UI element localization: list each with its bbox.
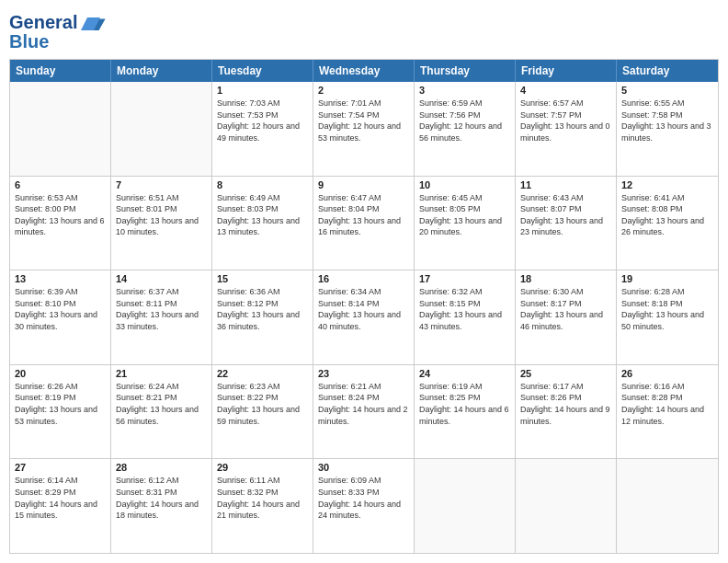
cal-cell-w5-d3: 29Sunrise: 6:11 AM Sunset: 8:32 PM Dayli… <box>212 459 313 553</box>
cell-info: Sunrise: 6:30 AM Sunset: 8:17 PM Dayligh… <box>520 286 611 332</box>
day-number: 13 <box>15 273 106 284</box>
day-number: 15 <box>217 273 308 284</box>
day-number: 9 <box>318 179 409 190</box>
cal-cell-w1-d2 <box>111 82 212 176</box>
cell-info: Sunrise: 6:53 AM Sunset: 8:00 PM Dayligh… <box>15 192 106 238</box>
cell-info: Sunrise: 6:55 AM Sunset: 7:58 PM Dayligh… <box>621 98 713 144</box>
cal-cell-w3-d5: 17Sunrise: 6:32 AM Sunset: 8:15 PM Dayli… <box>415 270 516 364</box>
cal-cell-w1-d7: 5Sunrise: 6:55 AM Sunset: 7:58 PM Daylig… <box>617 82 718 176</box>
cell-info: Sunrise: 6:23 AM Sunset: 8:22 PM Dayligh… <box>217 381 308 427</box>
day-number: 18 <box>520 273 611 284</box>
day-number: 28 <box>116 462 207 473</box>
cal-cell-w3-d7: 19Sunrise: 6:28 AM Sunset: 8:18 PM Dayli… <box>617 270 718 364</box>
day-number: 27 <box>15 462 106 473</box>
cell-info: Sunrise: 6:26 AM Sunset: 8:19 PM Dayligh… <box>15 381 106 427</box>
cal-cell-w3-d6: 18Sunrise: 6:30 AM Sunset: 8:17 PM Dayli… <box>516 270 617 364</box>
cal-cell-w2-d1: 6Sunrise: 6:53 AM Sunset: 8:00 PM Daylig… <box>10 177 111 270</box>
day-number: 17 <box>419 273 510 284</box>
day-number: 19 <box>621 273 713 284</box>
cal-cell-w4-d1: 20Sunrise: 6:26 AM Sunset: 8:19 PM Dayli… <box>10 365 111 459</box>
cal-cell-w2-d7: 12Sunrise: 6:41 AM Sunset: 8:08 PM Dayli… <box>617 177 718 270</box>
logo-text-general: General <box>9 12 77 32</box>
header-wednesday: Wednesday <box>313 60 415 82</box>
day-number: 12 <box>621 179 713 190</box>
cell-info: Sunrise: 6:51 AM Sunset: 8:01 PM Dayligh… <box>116 192 207 238</box>
cal-cell-w5-d4: 30Sunrise: 6:09 AM Sunset: 8:33 PM Dayli… <box>313 459 415 553</box>
cal-cell-w2-d5: 10Sunrise: 6:45 AM Sunset: 8:05 PM Dayli… <box>415 177 516 270</box>
cell-info: Sunrise: 6:45 AM Sunset: 8:05 PM Dayligh… <box>419 192 510 238</box>
cell-info: Sunrise: 6:16 AM Sunset: 8:28 PM Dayligh… <box>621 381 713 427</box>
day-number: 14 <box>116 273 207 284</box>
day-number: 16 <box>318 273 409 284</box>
cell-info: Sunrise: 7:03 AM Sunset: 7:53 PM Dayligh… <box>217 98 308 144</box>
cal-cell-w3-d1: 13Sunrise: 6:39 AM Sunset: 8:10 PM Dayli… <box>10 270 111 364</box>
cal-cell-w3-d3: 15Sunrise: 6:36 AM Sunset: 8:12 PM Dayli… <box>212 270 313 364</box>
cal-cell-w1-d5: 3Sunrise: 6:59 AM Sunset: 7:56 PM Daylig… <box>415 82 516 176</box>
cal-cell-w1-d3: 1Sunrise: 7:03 AM Sunset: 7:53 PM Daylig… <box>212 82 313 176</box>
day-number: 21 <box>116 368 207 379</box>
week-row-2: 6Sunrise: 6:53 AM Sunset: 8:00 PM Daylig… <box>10 177 718 271</box>
day-number: 26 <box>621 368 713 379</box>
day-number: 11 <box>520 179 611 190</box>
week-row-3: 13Sunrise: 6:39 AM Sunset: 8:10 PM Dayli… <box>10 270 718 365</box>
cal-cell-w4-d3: 22Sunrise: 6:23 AM Sunset: 8:22 PM Dayli… <box>212 365 313 459</box>
header-thursday: Thursday <box>415 60 516 82</box>
cell-info: Sunrise: 6:09 AM Sunset: 8:33 PM Dayligh… <box>318 475 409 521</box>
cell-info: Sunrise: 6:49 AM Sunset: 8:03 PM Dayligh… <box>217 192 308 238</box>
day-number: 25 <box>520 368 611 379</box>
page: General Blue Sunday Monday Tuesday Wedne… <box>0 0 728 563</box>
cal-cell-w4-d7: 26Sunrise: 6:16 AM Sunset: 8:28 PM Dayli… <box>617 365 718 459</box>
day-number: 3 <box>419 85 510 96</box>
cal-cell-w5-d7 <box>617 459 718 553</box>
cal-cell-w4-d5: 24Sunrise: 6:19 AM Sunset: 8:25 PM Dayli… <box>415 365 516 459</box>
cell-info: Sunrise: 6:21 AM Sunset: 8:24 PM Dayligh… <box>318 381 409 427</box>
cell-info: Sunrise: 6:47 AM Sunset: 8:04 PM Dayligh… <box>318 192 409 238</box>
header: General Blue <box>9 9 719 52</box>
cell-info: Sunrise: 6:28 AM Sunset: 8:18 PM Dayligh… <box>621 286 713 332</box>
cell-info: Sunrise: 6:37 AM Sunset: 8:11 PM Dayligh… <box>116 286 207 332</box>
cal-cell-w1-d6: 4Sunrise: 6:57 AM Sunset: 7:57 PM Daylig… <box>516 82 617 176</box>
cal-cell-w3-d2: 14Sunrise: 6:37 AM Sunset: 8:11 PM Dayli… <box>111 270 212 364</box>
calendar-header: Sunday Monday Tuesday Wednesday Thursday… <box>10 60 718 82</box>
week-row-1: 1Sunrise: 7:03 AM Sunset: 7:53 PM Daylig… <box>10 82 718 177</box>
cell-info: Sunrise: 6:36 AM Sunset: 8:12 PM Dayligh… <box>217 286 308 332</box>
day-number: 5 <box>621 85 713 96</box>
day-number: 4 <box>520 85 611 96</box>
logo-text-blue: Blue <box>9 31 49 52</box>
cell-info: Sunrise: 6:57 AM Sunset: 7:57 PM Dayligh… <box>520 98 611 144</box>
day-number: 8 <box>217 179 308 190</box>
cal-cell-w2-d4: 9Sunrise: 6:47 AM Sunset: 8:04 PM Daylig… <box>313 177 415 270</box>
cell-info: Sunrise: 6:59 AM Sunset: 7:56 PM Dayligh… <box>419 98 510 144</box>
day-number: 20 <box>15 368 106 379</box>
cell-info: Sunrise: 7:01 AM Sunset: 7:54 PM Dayligh… <box>318 98 409 144</box>
cal-cell-w4-d4: 23Sunrise: 6:21 AM Sunset: 8:24 PM Dayli… <box>313 365 415 459</box>
week-row-5: 27Sunrise: 6:14 AM Sunset: 8:29 PM Dayli… <box>10 459 718 553</box>
cal-cell-w1-d4: 2Sunrise: 7:01 AM Sunset: 7:54 PM Daylig… <box>313 82 415 176</box>
day-number: 22 <box>217 368 308 379</box>
header-friday: Friday <box>516 60 617 82</box>
cal-cell-w3-d4: 16Sunrise: 6:34 AM Sunset: 8:14 PM Dayli… <box>313 270 415 364</box>
day-number: 30 <box>318 462 409 473</box>
logo: General Blue <box>9 9 107 52</box>
cell-info: Sunrise: 6:41 AM Sunset: 8:08 PM Dayligh… <box>621 192 713 238</box>
calendar: Sunday Monday Tuesday Wednesday Thursday… <box>9 59 719 554</box>
calendar-body: 1Sunrise: 7:03 AM Sunset: 7:53 PM Daylig… <box>10 82 718 553</box>
logo-icon <box>81 9 107 35</box>
cal-cell-w5-d2: 28Sunrise: 6:12 AM Sunset: 8:31 PM Dayli… <box>111 459 212 553</box>
day-number: 2 <box>318 85 409 96</box>
cal-cell-w4-d6: 25Sunrise: 6:17 AM Sunset: 8:26 PM Dayli… <box>516 365 617 459</box>
day-number: 23 <box>318 368 409 379</box>
header-sunday: Sunday <box>10 60 111 82</box>
cell-info: Sunrise: 6:39 AM Sunset: 8:10 PM Dayligh… <box>15 286 106 332</box>
day-number: 6 <box>15 179 106 190</box>
cell-info: Sunrise: 6:11 AM Sunset: 8:32 PM Dayligh… <box>217 475 308 521</box>
cal-cell-w5-d1: 27Sunrise: 6:14 AM Sunset: 8:29 PM Dayli… <box>10 459 111 553</box>
cell-info: Sunrise: 6:32 AM Sunset: 8:15 PM Dayligh… <box>419 286 510 332</box>
cal-cell-w2-d3: 8Sunrise: 6:49 AM Sunset: 8:03 PM Daylig… <box>212 177 313 270</box>
header-monday: Monday <box>111 60 212 82</box>
cal-cell-w4-d2: 21Sunrise: 6:24 AM Sunset: 8:21 PM Dayli… <box>111 365 212 459</box>
cal-cell-w1-d1 <box>10 82 111 176</box>
cell-info: Sunrise: 6:43 AM Sunset: 8:07 PM Dayligh… <box>520 192 611 238</box>
day-number: 1 <box>217 85 308 96</box>
cal-cell-w2-d2: 7Sunrise: 6:51 AM Sunset: 8:01 PM Daylig… <box>111 177 212 270</box>
